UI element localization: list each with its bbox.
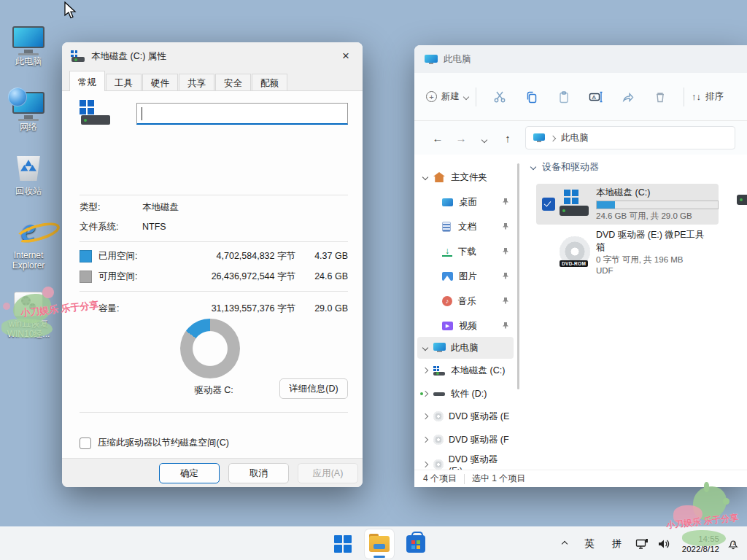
drive-c-tile[interactable]: 本地磁盘 (C:) 24.6 GB 可用, 共 29.0 GB <box>536 184 719 225</box>
scissors-icon <box>493 90 506 104</box>
cut-button[interactable] <box>484 84 516 110</box>
dialog-tabs: 常规 工具 硬件 共享 安全 配额 <box>62 70 363 91</box>
taskbar-clock[interactable]: 14:55 2022/8/12 <box>682 534 719 555</box>
close-icon[interactable]: × <box>332 44 360 69</box>
tab-quota[interactable]: 配额 <box>252 74 287 91</box>
free-space-label: 可用空间: <box>98 271 179 283</box>
taskbar-tray: 英 拼 14:55 2022/8/12 z <box>554 527 747 560</box>
pin-icon <box>502 321 509 331</box>
compress-checkbox-row[interactable]: 压缩此驱动器以节约磁盘空间(C) <box>80 437 229 449</box>
capacity-row: 容量: 31,139,557,376 字节 29.0 GB <box>80 300 348 317</box>
sidebar-item-downloads[interactable]: ↓ 下载 <box>417 241 514 262</box>
sidebar-item-music[interactable]: ♪ 音乐 <box>417 290 514 312</box>
sidebar-item-dvd-f[interactable]: DVD 驱动器 (F <box>417 429 514 451</box>
breadcrumb[interactable]: 此电脑 <box>525 126 735 149</box>
dvd-e-tile[interactable]: DVD-ROM DVD 驱动器 (E:) 微PE工具箱 0 字节 可用, 共 1… <box>536 230 719 273</box>
dialog-button-bar: 确定 取消 应用(A) <box>62 458 363 487</box>
forward-icon[interactable]: → <box>449 132 473 144</box>
sidebar-item-this-pc[interactable]: 此电脑 <box>417 337 514 359</box>
status-item-count: 4 个项目 <box>423 472 457 485</box>
sidebar-item-videos[interactable]: ▶ 视频 <box>417 315 514 337</box>
dvd-rom-badge: DVD-ROM <box>560 260 588 267</box>
network-tray-icon[interactable] <box>631 538 653 550</box>
notification-bell-icon[interactable]: z <box>719 537 747 551</box>
sidebar-item-drive-d[interactable]: 软件 (D:) <box>417 383 514 405</box>
sidebar-item-label: 桌面 <box>459 196 477 209</box>
copy-button[interactable] <box>516 84 548 110</box>
svg-text:z: z <box>733 540 735 545</box>
dvd-icon <box>433 411 444 421</box>
history-chevron-icon[interactable] <box>473 132 496 144</box>
group-header-devices[interactable]: 设备和驱动器 <box>531 160 599 174</box>
sidebar-item-documents[interactable]: 文档 <box>417 216 514 238</box>
tab-tools[interactable]: 工具 <box>106 74 142 91</box>
sidebar-item-drive-c[interactable]: 本地磁盘 (C:) <box>417 359 514 381</box>
ime-mode-indicator[interactable]: 拼 <box>603 537 631 551</box>
filesystem-value: NTFS <box>142 222 166 232</box>
chevron-down-icon <box>422 174 428 180</box>
apply-button[interactable]: 应用(A) <box>298 463 358 483</box>
sidebar-item-dvd-f2[interactable]: DVD 驱动器 (F:) <box>417 454 514 470</box>
explorer-titlebar[interactable]: 此电脑 <box>414 45 747 73</box>
sidebar-item-home[interactable]: 主文件夹 <box>417 166 514 188</box>
sidebar-item-desktop[interactable]: 桌面 <box>417 191 514 213</box>
sidebar-scrollbar[interactable] <box>517 163 519 389</box>
volume-label-input[interactable] <box>136 103 348 125</box>
desktop-icon-network[interactable]: 网络 <box>1 82 55 132</box>
delete-button[interactable] <box>644 84 676 110</box>
selected-checkbox[interactable] <box>542 198 555 211</box>
dialog-title: 本地磁盘 (C:) 属性 <box>91 50 166 63</box>
new-button[interactable]: + 新建 <box>426 84 468 110</box>
cancel-button[interactable]: 取消 <box>228 463 289 483</box>
file-explorer-taskbar-button[interactable] <box>365 529 394 559</box>
tray-chevron-up[interactable] <box>554 542 576 546</box>
sidebar-item-label: 视频 <box>459 320 477 332</box>
used-space-label: 已用空间: <box>98 250 179 262</box>
home-icon <box>433 172 445 182</box>
tab-hardware[interactable]: 硬件 <box>142 74 178 91</box>
desktop: 此电脑 网络 回收站 e Internet Explorer win <box>0 0 747 560</box>
drive-icon-large <box>80 100 113 126</box>
paste-button[interactable] <box>548 84 580 110</box>
compress-checkbox[interactable] <box>80 438 91 449</box>
back-icon[interactable]: ← <box>426 132 449 144</box>
free-space-size: 24.6 GB <box>295 271 348 281</box>
ok-button[interactable]: 确定 <box>159 463 220 483</box>
tab-sharing[interactable]: 共享 <box>179 74 214 91</box>
dvd-icon <box>433 459 444 470</box>
sidebar-item-pictures[interactable]: 图片 <box>417 265 514 287</box>
desktop-icon-this-pc[interactable]: 此电脑 <box>1 16 55 66</box>
explorer-tab-title: 此电脑 <box>444 53 471 66</box>
desktop-icon-internet-explorer[interactable]: e Internet Explorer <box>1 210 55 271</box>
drive-c-usage-bar <box>596 201 719 209</box>
share-button[interactable] <box>612 84 644 110</box>
tab-general[interactable]: 常规 <box>69 71 105 91</box>
this-pc-icon <box>433 343 446 353</box>
taskbar: 英 拼 14:55 2022/8/12 z <box>0 526 747 560</box>
microsoft-store-button[interactable] <box>401 529 430 559</box>
tab-security[interactable]: 安全 <box>215 74 251 91</box>
pin-icon <box>502 246 509 257</box>
disk-usage-donut-chart <box>180 319 240 378</box>
sidebar-item-dvd-e[interactable]: DVD 驱动器 (E <box>417 405 514 427</box>
start-button[interactable] <box>328 529 357 559</box>
type-value: 本地磁盘 <box>142 201 179 214</box>
details-button[interactable]: 详细信息(D) <box>279 378 348 399</box>
ime-language-indicator[interactable]: 英 <box>576 537 603 551</box>
volume-icon[interactable] <box>653 538 675 550</box>
desktop-icon-win11-restore[interactable]: win11恢复 WIN10经... <box>1 279 55 340</box>
sidebar-item-label: 文档 <box>458 221 476 233</box>
dialog-titlebar[interactable]: 本地磁盘 (C:) 属性 × <box>62 42 363 70</box>
up-icon[interactable]: ↑ <box>496 132 519 144</box>
used-space-swatch <box>80 250 92 262</box>
file-explorer-window: 此电脑 + 新建 A <box>414 45 747 487</box>
toolbar-divider <box>684 88 684 106</box>
free-space-row: 可用空间: 26,436,972,544 字节 24.6 GB <box>80 268 348 285</box>
desktop-icon-recycle-bin[interactable]: 回收站 <box>1 146 55 196</box>
rename-button[interactable]: A <box>580 84 612 110</box>
sort-button[interactable]: ↑↓ 排序 <box>692 84 724 110</box>
recycle-bin-icon <box>1 146 55 184</box>
breadcrumb-item[interactable]: 此电脑 <box>561 132 589 144</box>
pin-icon <box>502 296 509 306</box>
sort-arrows-icon: ↑↓ <box>692 91 701 102</box>
